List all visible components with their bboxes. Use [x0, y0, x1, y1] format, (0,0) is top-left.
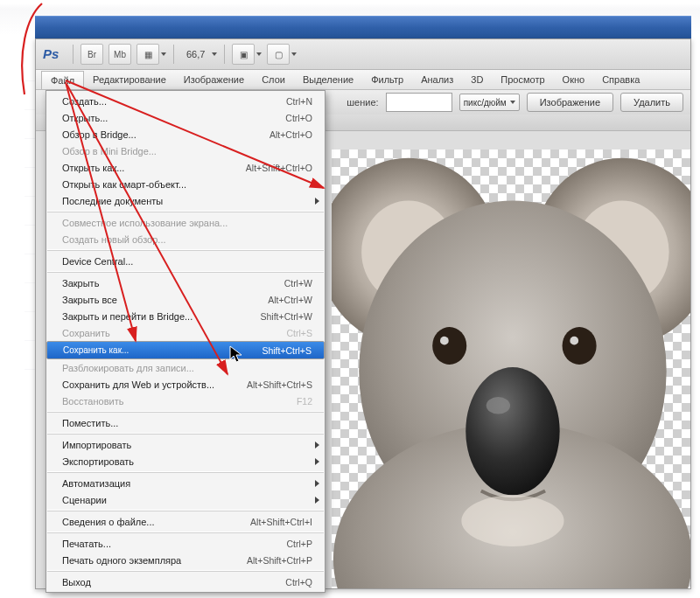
menu-item[interactable]: Открыть как...Alt+Shift+Ctrl+O: [46, 159, 325, 176]
svg-point-11: [486, 397, 510, 414]
menu-item[interactable]: Печатать...Ctrl+P: [46, 535, 325, 552]
menu-item-label: Закрыть все: [62, 295, 117, 305]
menu-слои[interactable]: Слои: [253, 70, 294, 89]
menu-item-label: Сценарии: [62, 495, 107, 505]
menu-item-label: Сведения о файле...: [62, 517, 155, 527]
menu-item-shortcut: Alt+Shift+Ctrl+I: [250, 517, 312, 527]
menu-item[interactable]: Создать...Ctrl+N: [46, 93, 325, 109]
menu-item[interactable]: Открыть...Ctrl+O: [46, 109, 325, 126]
menu-изображение[interactable]: Изображение: [175, 70, 253, 89]
menu-item-label: Открыть как...: [62, 163, 124, 173]
menu-item: Разблокировать для записи...: [46, 359, 325, 376]
menu-выделение[interactable]: Выделение: [294, 70, 362, 89]
menu-файл[interactable]: Файл: [41, 71, 84, 89]
menu-item-label: Закрыть и перейти в Bridge...: [62, 311, 192, 322]
menu-item-label: Экспортировать: [62, 456, 134, 467]
menu-item-shortcut: Alt+Ctrl+O: [270, 129, 312, 140]
menu-item[interactable]: Закрыть и перейти в Bridge...Shift+Ctrl+…: [46, 308, 325, 324]
menu-item-shortcut: Ctrl+P: [287, 539, 312, 549]
menu-просмотр[interactable]: Просмотр: [492, 70, 553, 89]
app-toolbar: Ps Br Mb ▦ 66,7 ▣ ▢: [36, 39, 690, 70]
menu-item-shortcut: Ctrl+N: [286, 96, 312, 107]
menu-item[interactable]: Последние документы: [46, 192, 325, 209]
menu-item-shortcut: F12: [297, 396, 312, 407]
menu-item: ВосстановитьF12: [46, 393, 325, 409]
svg-point-12: [461, 495, 564, 546]
menu-item-label: Обзор в Mini Bridge...: [62, 146, 157, 156]
menu-item[interactable]: Импортировать: [46, 436, 325, 453]
menu-item-label: Последние документы: [62, 196, 163, 206]
menu-item[interactable]: Печать одного экземпляраAlt+Shift+Ctrl+P: [46, 552, 325, 568]
menu-справка[interactable]: Справка: [593, 70, 648, 89]
menu-item: Обзор в Mini Bridge...: [46, 143, 325, 159]
minibridge-icon[interactable]: Mb: [108, 44, 131, 65]
menu-item[interactable]: Автоматизация: [46, 475, 325, 491]
menu-item-label: Создать...: [62, 96, 107, 107]
menu-item-shortcut: Alt+Shift+Ctrl+S: [247, 379, 312, 390]
menu-item-shortcut: Alt+Shift+Ctrl+P: [247, 555, 312, 566]
menu-item-label: Печатать...: [62, 539, 111, 549]
menu-item-label: Сохранить для Web и устройств...: [62, 379, 214, 390]
menu-item: Совместное использование экрана...: [46, 214, 325, 231]
menu-item-label: Открыть как смарт-объект...: [62, 179, 186, 190]
arrange-icon[interactable]: ▦: [136, 44, 166, 65]
delete-button[interactable]: Удалить: [620, 93, 683, 112]
menu-item-shortcut: Shift+Ctrl+S: [262, 345, 312, 356]
menu-item: Создать новый обзор...: [46, 231, 325, 247]
menu-item-label: Совместное использование экрана...: [62, 218, 228, 228]
menu-item-label: Восстановить: [62, 396, 123, 407]
menu-item-shortcut: Alt+Shift+Ctrl+O: [246, 163, 312, 173]
extras-icon[interactable]: ▢: [267, 44, 297, 65]
zoom-selector[interactable]: 66,7: [181, 49, 217, 59]
menu-item-shortcut: Ctrl+W: [284, 278, 312, 289]
menu-item-label: Device Central...: [62, 256, 133, 267]
menu-анализ[interactable]: Анализ: [412, 70, 462, 89]
menu-3d[interactable]: 3D: [462, 70, 492, 89]
menu-item[interactable]: Открыть как смарт-объект...: [46, 176, 325, 192]
screenmode-icon[interactable]: ▣: [232, 44, 262, 65]
menu-редактирование[interactable]: Редактирование: [84, 70, 175, 89]
menu-item-label: Разблокировать для записи...: [62, 363, 194, 373]
resolution-input[interactable]: [386, 93, 452, 112]
menu-item-label: Сохранить: [62, 328, 110, 338]
menu-item[interactable]: Сценарии: [46, 491, 325, 508]
menu-item-label: Обзор в Bridge...: [62, 129, 136, 140]
menu-item[interactable]: ЗакрытьCtrl+W: [46, 275, 325, 291]
menu-item-shortcut: Ctrl+O: [285, 113, 312, 123]
app-logo: Ps: [43, 46, 66, 62]
menu-item-shortcut: Ctrl+S: [287, 328, 312, 338]
menu-item-label: Создать новый обзор...: [62, 234, 166, 245]
image-button[interactable]: Изображение: [527, 93, 613, 112]
menu-item-shortcut: Ctrl+Q: [285, 577, 312, 588]
window-titlebar: [35, 16, 691, 40]
resolution-label: шение:: [346, 97, 378, 108]
menu-item[interactable]: Сохранить для Web и устройств...Alt+Shif…: [46, 376, 325, 393]
menu-item[interactable]: Поместить...: [46, 414, 325, 431]
menu-фильтр[interactable]: Фильтр: [362, 70, 412, 89]
menu-item-shortcut: Shift+Ctrl+W: [260, 311, 312, 322]
menu-item[interactable]: Сведения о файле...Alt+Shift+Ctrl+I: [46, 513, 325, 530]
menu-item-label: Выход: [62, 577, 91, 588]
units-select[interactable]: пикс/дюйм: [459, 94, 520, 111]
menu-item-label: Закрыть: [62, 278, 99, 289]
menu-item-label: Печать одного экземпляра: [62, 555, 181, 566]
menu-item-shortcut: Alt+Ctrl+W: [268, 295, 312, 305]
menubar: ФайлРедактированиеИзображениеСлоиВыделен…: [36, 70, 690, 90]
menu-item-label: Открыть...: [62, 113, 108, 123]
bridge-icon[interactable]: Br: [80, 44, 103, 65]
menu-item[interactable]: Device Central...: [46, 253, 325, 269]
file-menu-dropdown: Создать...Ctrl+NОткрыть...Ctrl+OОбзор в …: [46, 90, 326, 593]
menu-item[interactable]: ВыходCtrl+Q: [46, 574, 325, 590]
menu-item[interactable]: Экспортировать: [46, 453, 325, 469]
menu-item[interactable]: Обзор в Bridge...Alt+Ctrl+O: [46, 126, 325, 143]
menu-окно[interactable]: Окно: [554, 70, 594, 89]
svg-point-8: [440, 337, 449, 345]
document-image: [332, 150, 690, 588]
menu-item[interactable]: Сохранить как...Shift+Ctrl+S: [46, 341, 325, 359]
svg-point-9: [570, 337, 578, 345]
svg-point-6: [432, 327, 466, 365]
menu-item[interactable]: Закрыть всеAlt+Ctrl+W: [46, 291, 325, 308]
menu-item-label: Сохранить как...: [63, 345, 129, 355]
menu-item-label: Автоматизация: [62, 478, 130, 489]
menu-item-label: Импортировать: [62, 440, 131, 450]
